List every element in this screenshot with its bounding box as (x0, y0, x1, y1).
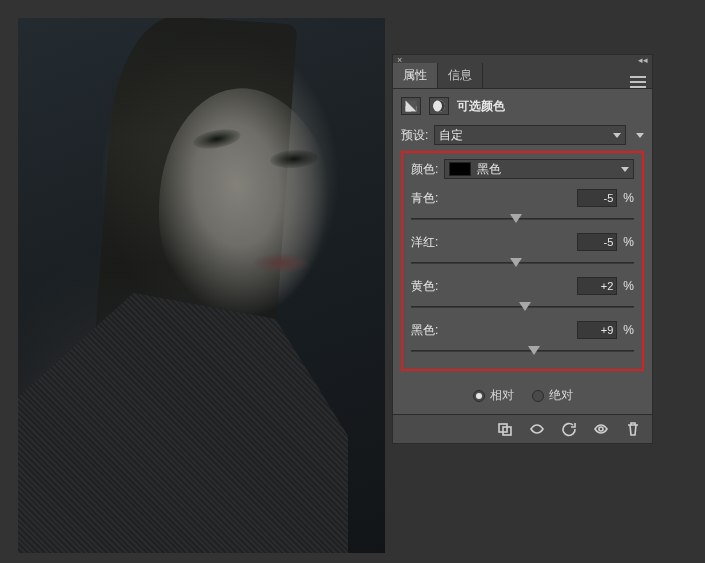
radio-dot-icon (532, 390, 544, 402)
slider-thumb[interactable] (519, 302, 531, 311)
tab-info[interactable]: 信息 (438, 63, 483, 88)
slider-track (411, 262, 634, 264)
cyan-input[interactable] (577, 189, 617, 207)
color-value: 黑色 (477, 161, 501, 178)
portrait-lips (254, 253, 309, 273)
radio-absolute-label: 绝对 (549, 387, 573, 404)
radio-absolute[interactable]: 绝对 (532, 387, 573, 404)
view-previous-icon[interactable] (528, 421, 546, 437)
visibility-icon[interactable] (592, 421, 610, 437)
slider-track (411, 350, 634, 352)
svg-point-2 (599, 427, 603, 431)
magenta-label: 洋红: (411, 234, 577, 251)
chevron-down-icon (621, 167, 629, 172)
black-label: 黑色: (411, 322, 577, 339)
percent-symbol: % (623, 191, 634, 205)
method-radio-group: 相对 绝对 (393, 379, 652, 414)
radio-dot-icon (473, 390, 485, 402)
reset-icon[interactable] (560, 421, 578, 437)
highlighted-controls: 颜色: 黑色 青色: % 洋红: (401, 151, 644, 371)
color-select[interactable]: 黑色 (444, 159, 634, 179)
slider-track (411, 218, 634, 220)
preset-menu-icon[interactable] (636, 133, 644, 138)
black-input[interactable] (577, 321, 617, 339)
preset-select[interactable]: 自定 (434, 125, 626, 145)
percent-symbol: % (623, 279, 634, 293)
tab-properties[interactable]: 属性 (393, 63, 438, 88)
black-slider-row: 黑色: % (407, 315, 638, 359)
slider-thumb[interactable] (510, 214, 522, 223)
radio-relative[interactable]: 相对 (473, 387, 514, 404)
cyan-label: 青色: (411, 190, 577, 207)
trash-icon[interactable] (624, 421, 642, 437)
cyan-slider[interactable] (411, 213, 634, 227)
clip-to-layer-icon[interactable] (496, 421, 514, 437)
color-swatch (449, 162, 471, 176)
yellow-input[interactable] (577, 277, 617, 295)
percent-symbol: % (623, 235, 634, 249)
color-row: 颜色: 黑色 (407, 157, 638, 183)
preset-row: 预设: 自定 (393, 121, 652, 149)
black-slider[interactable] (411, 345, 634, 359)
adjustment-title-row: 可选颜色 (393, 89, 652, 121)
preset-value: 自定 (439, 127, 463, 144)
percent-symbol: % (623, 323, 634, 337)
color-label: 颜色: (411, 161, 438, 178)
layer-mask-icon[interactable] (429, 97, 449, 115)
radio-relative-label: 相对 (490, 387, 514, 404)
document-canvas[interactable] (18, 18, 385, 553)
collapse-icon[interactable]: ◂◂ (638, 55, 648, 65)
magenta-input[interactable] (577, 233, 617, 251)
yellow-label: 黄色: (411, 278, 577, 295)
panel-menu-icon[interactable] (630, 76, 646, 88)
cyan-slider-row: 青色: % (407, 183, 638, 227)
slider-thumb[interactable] (510, 258, 522, 267)
panel-footer (393, 414, 652, 443)
slider-thumb[interactable] (528, 346, 540, 355)
adjustment-type-icon[interactable] (401, 97, 421, 115)
yellow-slider-row: 黄色: % (407, 271, 638, 315)
properties-panel: × ◂◂ 属性 信息 可选颜色 预设: 自定 颜色: 黑色 (392, 54, 653, 444)
preset-label: 预设: (401, 127, 428, 144)
yellow-slider[interactable] (411, 301, 634, 315)
magenta-slider-row: 洋红: % (407, 227, 638, 271)
chevron-down-icon (613, 133, 621, 138)
adjustment-title: 可选颜色 (457, 98, 505, 115)
magenta-slider[interactable] (411, 257, 634, 271)
panel-tabs: 属性 信息 (393, 65, 652, 89)
